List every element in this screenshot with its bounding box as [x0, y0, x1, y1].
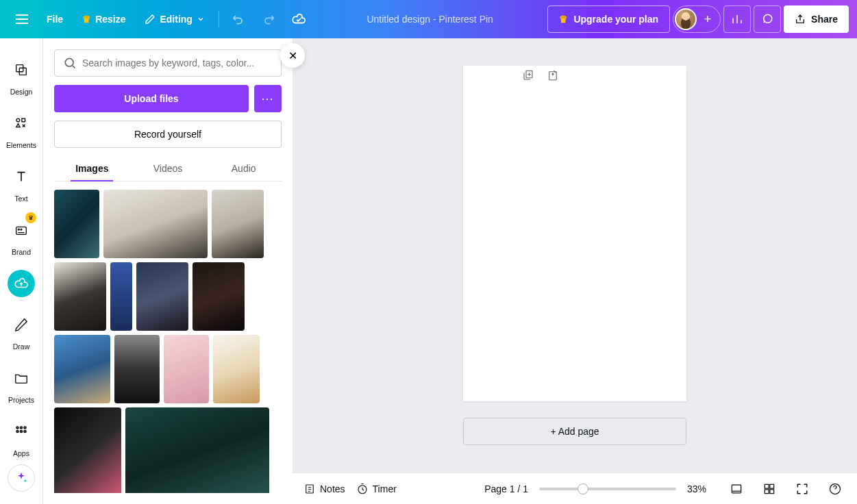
- chart-icon: [731, 13, 743, 25]
- pencil-icon: [145, 14, 156, 25]
- page-toolbar: [520, 67, 561, 84]
- add-collaborator-button[interactable]: +: [697, 8, 719, 30]
- image-thumbnail[interactable]: [54, 407, 121, 493]
- search-input-wrapper[interactable]: [54, 49, 282, 77]
- tab-audio[interactable]: Audio: [206, 156, 282, 181]
- analytics-button[interactable]: [723, 5, 751, 33]
- svg-rect-20: [770, 484, 774, 488]
- image-thumbnail[interactable]: [110, 262, 132, 331]
- image-thumbnail[interactable]: [103, 190, 208, 258]
- svg-point-2: [16, 118, 20, 122]
- timer-icon: [356, 483, 369, 495]
- rail-apps[interactable]: Apps: [0, 411, 43, 464]
- cloud-check-icon: [291, 12, 306, 27]
- upload-files-button[interactable]: Upload files: [54, 85, 249, 112]
- zoom-handle[interactable]: [577, 483, 588, 494]
- add-page-button[interactable]: + Add page: [463, 418, 686, 445]
- elements-icon: [8, 110, 35, 137]
- share-label: Share: [811, 14, 838, 25]
- crown-icon: ♛: [559, 14, 568, 25]
- chat-icon: [761, 13, 773, 25]
- document-title[interactable]: Untitled design - Pinterest Pin: [315, 14, 545, 25]
- uploads-panel: Upload files ⋯ Record yourself Images Vi…: [43, 38, 293, 504]
- rail-label: Brand: [12, 248, 31, 256]
- image-thumbnail[interactable]: [192, 262, 245, 331]
- rail-label: Draw: [13, 342, 30, 351]
- undo-icon: [232, 12, 245, 26]
- close-panel-button[interactable]: ✕: [280, 43, 305, 68]
- editing-label: Editing: [160, 14, 192, 25]
- magic-button[interactable]: [8, 464, 35, 492]
- rail-draw[interactable]: Draw: [0, 304, 43, 357]
- rail-design[interactable]: Design: [0, 49, 43, 103]
- rail-elements[interactable]: Elements: [0, 103, 43, 156]
- search-icon: [63, 56, 77, 70]
- undo-button[interactable]: [225, 5, 252, 33]
- svg-point-10: [16, 431, 18, 433]
- image-thumbnail[interactable]: [213, 335, 260, 403]
- notes-icon: [303, 483, 316, 495]
- rail-uploads[interactable]: [0, 263, 43, 304]
- svg-rect-21: [765, 489, 769, 493]
- page-view-button[interactable]: [725, 478, 747, 500]
- image-thumbnail[interactable]: [136, 262, 188, 331]
- upload-more-button[interactable]: ⋯: [254, 85, 282, 112]
- search-input[interactable]: [82, 58, 273, 68]
- collaborators: +: [673, 5, 721, 33]
- projects-icon: [8, 364, 35, 392]
- tab-images[interactable]: Images: [54, 156, 130, 181]
- notes-button[interactable]: Notes: [303, 483, 345, 495]
- svg-rect-4: [16, 227, 27, 234]
- rail-projects[interactable]: Projects: [0, 357, 43, 411]
- hamburger-menu[interactable]: [8, 5, 36, 33]
- comments-button[interactable]: [754, 5, 781, 33]
- grid-view-button[interactable]: [758, 478, 780, 500]
- fullscreen-button[interactable]: [791, 478, 813, 500]
- zoom-slider[interactable]: [539, 488, 676, 490]
- resize-button[interactable]: ♛ Resize: [74, 5, 134, 33]
- svg-point-13: [65, 58, 73, 66]
- redo-button[interactable]: [255, 5, 282, 33]
- record-yourself-button[interactable]: Record yourself: [54, 121, 282, 148]
- timer-button[interactable]: Timer: [356, 483, 397, 495]
- rail-label: Design: [10, 88, 33, 96]
- tab-videos[interactable]: Videos: [130, 156, 206, 181]
- upgrade-plan-button[interactable]: ♛ Upgrade your plan: [547, 5, 670, 33]
- help-button[interactable]: [824, 478, 846, 500]
- page-export-button[interactable]: [545, 67, 561, 84]
- chevron-down-icon: [197, 15, 205, 23]
- bottom-bar: Notes Timer Page 1 / 1 33%: [293, 473, 857, 504]
- image-thumbnail[interactable]: [54, 190, 99, 258]
- svg-point-9: [24, 427, 26, 429]
- resize-label: Resize: [95, 14, 125, 25]
- image-thumbnail[interactable]: [54, 335, 110, 403]
- rail-text[interactable]: Text: [0, 156, 43, 210]
- separator: [219, 11, 219, 27]
- image-thumbnail[interactable]: [54, 262, 106, 331]
- user-avatar[interactable]: [675, 8, 697, 30]
- share-button[interactable]: Share: [784, 5, 849, 33]
- svg-point-12: [24, 431, 26, 433]
- image-thumbnail[interactable]: [114, 335, 160, 403]
- top-header: File ♛ Resize Editing Untitled design - …: [0, 0, 857, 38]
- canvas-viewport[interactable]: + Add page: [293, 38, 857, 473]
- svg-point-6: [21, 229, 22, 230]
- image-thumbnail[interactable]: [212, 190, 264, 258]
- svg-point-8: [21, 427, 23, 429]
- image-thumbnail[interactable]: [125, 407, 269, 493]
- draw-icon: [8, 311, 35, 338]
- image-gallery: [54, 190, 282, 493]
- file-menu[interactable]: File: [38, 5, 71, 33]
- rail-label: Projects: [8, 396, 34, 404]
- duplicate-page-button[interactable]: [520, 67, 536, 84]
- svg-rect-19: [765, 484, 769, 488]
- image-thumbnail[interactable]: [164, 335, 209, 403]
- rail-brand[interactable]: ♛ Brand: [0, 210, 43, 263]
- svg-point-11: [21, 431, 23, 433]
- zoom-value[interactable]: 33%: [687, 483, 715, 494]
- design-icon: [8, 56, 35, 84]
- cloud-sync-button[interactable]: [285, 5, 312, 33]
- editing-mode-dropdown[interactable]: Editing: [136, 5, 212, 33]
- design-page[interactable]: [463, 66, 686, 401]
- page-indicator[interactable]: Page 1 / 1: [484, 483, 528, 494]
